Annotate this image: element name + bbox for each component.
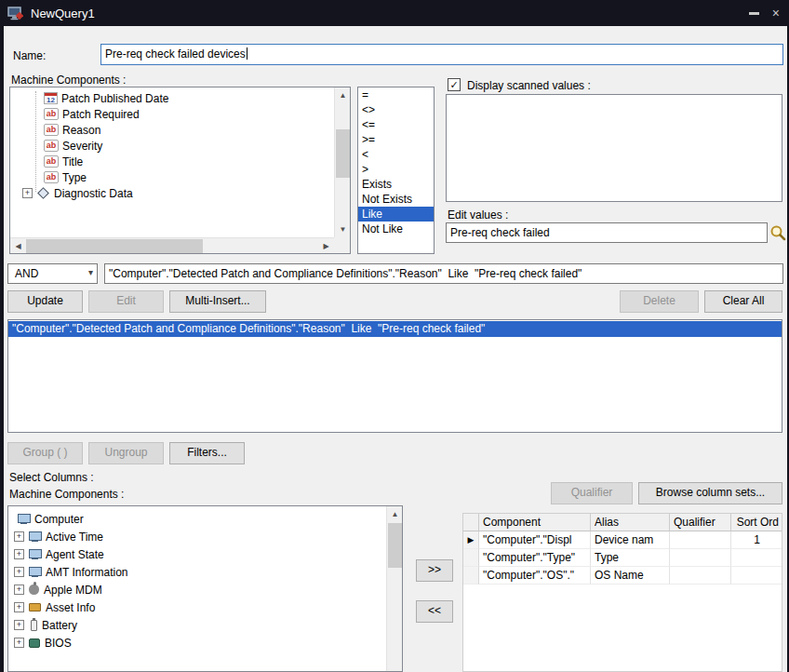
scanned-values-listbox[interactable]: [446, 94, 782, 202]
update-button[interactable]: Update: [7, 290, 83, 313]
tree-item-battery[interactable]: + Battery: [8, 616, 386, 634]
title-bar[interactable]: NewQuery1 ×: [0, 0, 789, 26]
selected-columns-table[interactable]: Component Alias Qualifier Sort Ord ▶ "Co…: [462, 513, 782, 672]
operator-item[interactable]: =: [358, 87, 434, 102]
scrollbar-corner: [334, 237, 350, 253]
tree-item-type[interactable]: ab Type: [10, 169, 335, 185]
operator-item[interactable]: <: [358, 147, 434, 162]
column-header-component[interactable]: Component: [479, 514, 591, 531]
diamond-icon: [37, 187, 49, 199]
columns-source-tree[interactable]: Computer + Active Time + Agent State + A…: [7, 505, 403, 672]
tree-item-apple-mdm[interactable]: + Apple MDM: [8, 581, 386, 598]
window-title: NewQuery1: [31, 7, 95, 20]
operator-item[interactable]: >: [358, 162, 434, 177]
expand-plus-icon[interactable]: +: [14, 638, 24, 648]
calendar-icon: 12: [44, 92, 58, 104]
scrollbar-thumb[interactable]: [388, 523, 402, 568]
scroll-down-button[interactable]: ▼: [335, 222, 351, 237]
tree-item-agent-state[interactable]: + Agent State: [8, 545, 386, 563]
add-column-button[interactable]: >>: [416, 559, 453, 582]
clear-all-button[interactable]: Clear All: [704, 290, 782, 313]
tree-item-amt-information[interactable]: + AMT Information: [8, 563, 386, 581]
bios-chip-icon: [29, 638, 40, 648]
remove-column-button[interactable]: <<: [416, 600, 453, 623]
operator-item[interactable]: Not Exists: [358, 192, 434, 207]
query-dialog-window: NewQuery1 × Name: Pre-req check failed d…: [0, 0, 789, 672]
operator-item[interactable]: Exists: [358, 177, 434, 192]
text-field-icon: ab: [44, 124, 59, 136]
text-field-icon: ab: [44, 171, 59, 183]
expand-plus-icon[interactable]: +: [14, 567, 24, 577]
select-columns-label: Select Columns :: [9, 471, 94, 484]
window-border-left: [0, 0, 4, 672]
display-scanned-label: Display scanned values :: [467, 79, 591, 92]
edit-values-label: Edit values :: [448, 208, 508, 222]
logic-operator-combobox[interactable]: AND ▾: [7, 263, 98, 284]
tree-item-title[interactable]: ab Title: [10, 154, 335, 169]
multi-insert-button[interactable]: Multi-Insert...: [169, 290, 266, 313]
operator-item[interactable]: <>: [358, 102, 434, 117]
scrollbar-thumb[interactable]: [26, 239, 203, 253]
expand-plus-icon[interactable]: +: [14, 531, 24, 542]
chevron-down-icon: ▾: [88, 267, 93, 277]
machine-components-tree[interactable]: 12 Patch Published Date ab Patch Require…: [9, 87, 351, 254]
scroll-up-button[interactable]: ▲: [387, 506, 403, 522]
operator-item-selected[interactable]: Like: [358, 207, 434, 222]
app-icon: [7, 7, 23, 20]
name-input[interactable]: Pre-req check failed devices: [100, 44, 783, 65]
computer-icon: [29, 549, 41, 560]
table-row[interactable]: "Computer"."Type" Type: [463, 549, 782, 567]
filters-button[interactable]: Filters...: [169, 442, 245, 464]
expand-plus-icon[interactable]: +: [14, 620, 24, 630]
columns-tree-vertical-scrollbar[interactable]: ▲: [386, 506, 402, 672]
table-row[interactable]: "Computer"."OS"." OS Name: [463, 567, 782, 585]
tree-item-patch-required[interactable]: ab Patch Required: [10, 106, 335, 122]
expand-plus-icon[interactable]: +: [14, 585, 24, 595]
tree-item-patch-published-date[interactable]: 12 Patch Published Date: [10, 90, 335, 106]
text-field-icon: ab: [44, 155, 59, 168]
display-scanned-checkbox[interactable]: ✓: [448, 78, 461, 91]
query-conditions-list[interactable]: "Computer"."Detected Patch and Complianc…: [7, 319, 782, 433]
current-row-marker-icon: ▶: [463, 531, 479, 549]
tree-item-severity[interactable]: ab Severity: [10, 138, 335, 154]
tree-item-computer[interactable]: Computer: [8, 510, 386, 528]
condition-expression-field[interactable]: "Computer"."Detected Patch and Complianc…: [104, 263, 783, 284]
tree-item-active-time[interactable]: + Active Time: [8, 528, 386, 545]
text-field-icon: ab: [44, 108, 59, 120]
tree-vertical-scrollbar[interactable]: ▲ ▼: [334, 87, 350, 237]
operator-item[interactable]: <=: [358, 117, 434, 132]
column-header-sort-order[interactable]: Sort Ord: [731, 514, 782, 531]
expand-plus-icon[interactable]: +: [14, 602, 24, 612]
column-header-alias[interactable]: Alias: [591, 514, 670, 531]
expand-plus-icon[interactable]: +: [14, 549, 24, 559]
scroll-up-button[interactable]: ▲: [335, 87, 351, 103]
table-header-row: Component Alias Qualifier Sort Ord: [463, 514, 782, 531]
column-header-qualifier[interactable]: Qualifier: [670, 514, 731, 531]
edit-button: Edit: [88, 290, 164, 313]
search-icon[interactable]: [769, 224, 786, 244]
tree-item-bios[interactable]: + BIOS: [8, 634, 386, 652]
tree-item-diagnostic-data[interactable]: + Diagnostic Data: [10, 185, 335, 201]
operator-item[interactable]: Not Like: [358, 222, 434, 236]
scroll-right-button[interactable]: ▶: [318, 238, 334, 254]
operator-listbox[interactable]: = <> <= >= < > Exists Not Exists Like No…: [357, 87, 435, 254]
tree-item-asset-info[interactable]: + Asset Info: [8, 598, 386, 616]
close-button[interactable]: ×: [772, 7, 780, 20]
asset-chip-icon: [29, 603, 41, 612]
scrollbar-thumb[interactable]: [336, 129, 350, 178]
row-marker-header: [463, 514, 479, 531]
expand-plus-icon[interactable]: +: [22, 188, 33, 198]
tree-horizontal-scrollbar[interactable]: ◀ ▶: [10, 237, 334, 253]
machine-components-label: Machine Components :: [11, 74, 126, 87]
computer-icon: [18, 514, 30, 525]
minimize-button[interactable]: [749, 12, 759, 15]
table-row[interactable]: ▶ "Computer"."Displ Device nam 1: [463, 531, 782, 549]
tree-item-reason[interactable]: ab Reason: [10, 122, 335, 138]
query-condition-row-selected[interactable]: "Computer"."Detected Patch and Complianc…: [8, 321, 782, 337]
operator-item[interactable]: >=: [358, 132, 434, 147]
group-button: Group ( ): [7, 442, 83, 464]
delete-button: Delete: [620, 290, 699, 313]
scroll-left-button[interactable]: ◀: [10, 238, 26, 254]
browse-column-sets-button[interactable]: Browse column sets...: [638, 482, 782, 504]
edit-values-input[interactable]: Pre-req check failed: [446, 222, 768, 243]
